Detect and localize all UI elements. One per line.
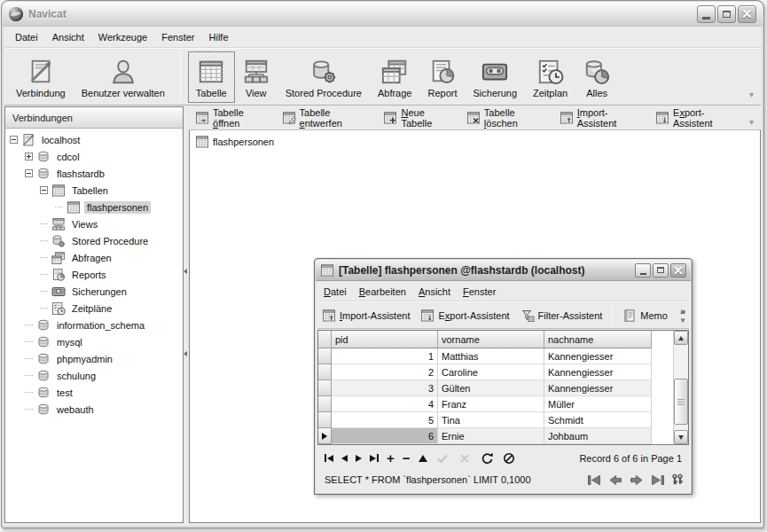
goto-page-keys-button[interactable]	[671, 473, 684, 486]
toolbar-button-zeitplan[interactable]: Zeitplan	[525, 51, 575, 103]
child-menu-ansicht[interactable]: Ansicht	[412, 284, 457, 300]
close-button[interactable]	[738, 5, 756, 23]
tree-item-views[interactable]: Views	[5, 215, 183, 232]
first-page-button[interactable]	[586, 474, 602, 486]
toolbar-button-stored-procedure[interactable]: Stored Procedure	[278, 51, 370, 103]
column-header-nachname[interactable]: nachname	[544, 331, 652, 348]
database-icon	[36, 403, 51, 417]
stop-button[interactable]	[502, 451, 516, 466]
row-selector[interactable]	[318, 380, 332, 396]
toolbar-button-benutzer-verwalten[interactable]: Benutzer verwalten	[74, 51, 173, 103]
toolbar-separator	[180, 53, 181, 101]
menu-werkzeuge[interactable]: Werkzeuge	[91, 29, 154, 45]
toolbar-button-sicherung[interactable]: Sicherung	[465, 51, 525, 103]
memo-button[interactable]: Memo	[620, 307, 670, 325]
import-wizard-button[interactable]: Import-Assistent	[557, 106, 647, 130]
tree-item-flashstardb[interactable]: flashstardb	[5, 165, 183, 182]
scrollbar-track[interactable]	[674, 345, 688, 430]
tree-item-flashpersonen[interactable]: flashpersonen	[5, 199, 183, 215]
toolbar-button-alles[interactable]: Alles	[575, 51, 618, 103]
tree-item-reports[interactable]: Reports	[5, 266, 183, 283]
toolbar-dropdown-arrow-icon[interactable]: ▾	[681, 317, 685, 325]
prev-record-button[interactable]	[341, 455, 348, 462]
tree-item-webauth[interactable]: webauth	[5, 401, 183, 418]
tree-item-information-schema[interactable]: information_schema	[5, 317, 183, 333]
table-icon	[51, 184, 66, 198]
delete-table-button[interactable]: Tabelle löschen	[464, 106, 552, 130]
menu-fenster[interactable]: Fenster	[154, 29, 201, 45]
menu-ansicht[interactable]: Ansicht	[45, 29, 91, 45]
delete-record-button[interactable]: −	[403, 451, 411, 465]
row-selector[interactable]	[318, 396, 332, 412]
row-selector[interactable]	[318, 364, 332, 380]
child-maximize-button[interactable]	[653, 263, 669, 278]
toolbar-button-abfrage[interactable]: Abfrage	[370, 51, 420, 103]
tree-item-abfragen[interactable]: Abfragen	[5, 249, 183, 266]
tree-item-tabellen[interactable]: Tabellen	[5, 182, 183, 199]
child-close-button[interactable]	[670, 263, 686, 278]
edit-record-button[interactable]	[419, 455, 427, 462]
tree-item-localhost[interactable]: localhost	[5, 131, 183, 148]
toolbar-button-tabelle[interactable]: Tabelle	[188, 51, 235, 103]
menu-hilfe[interactable]: Hilfe	[202, 29, 236, 45]
expand-expander-icon[interactable]	[25, 153, 33, 160]
add-record-button[interactable]: +	[387, 451, 395, 465]
toolbar-chevron-icon[interactable]: »	[680, 307, 685, 317]
title-bar[interactable]: Navicat	[3, 2, 763, 27]
toolbar-button-view[interactable]: View	[235, 51, 278, 103]
collapse-expander-icon[interactable]	[40, 186, 48, 194]
scrollbar-thumb[interactable]	[674, 379, 688, 425]
tree-item-mysql[interactable]: mysql	[5, 333, 183, 350]
collapse-expander-icon[interactable]	[10, 136, 18, 144]
maximize-icon	[723, 11, 731, 18]
maximize-button[interactable]	[717, 5, 736, 23]
first-record-button[interactable]	[325, 454, 333, 462]
toolbar-overflow-arrow-icon[interactable]: ▾	[749, 90, 754, 99]
minimize-button[interactable]	[697, 5, 716, 23]
import-wizard-icon	[560, 111, 574, 125]
row-selector[interactable]	[318, 412, 332, 428]
object-toolbar-overflow-arrow-icon[interactable]: ▾	[749, 117, 757, 129]
next-page-button[interactable]	[629, 474, 645, 486]
child-title-bar[interactable]: [Tabelle] flashpersonen @flashstardb (lo…	[316, 260, 691, 281]
tree-item-stored-procedure[interactable]: Stored Procedure	[5, 232, 183, 249]
vertical-scrollbar[interactable]	[673, 331, 688, 444]
last-record-button[interactable]	[370, 454, 379, 462]
tree-item-sicherungen[interactable]: Sicherungen	[5, 283, 183, 300]
child-status-bar: + − Record 6 of 6 in Page 1 SELECT * FRO…	[317, 446, 689, 491]
last-page-button[interactable]	[650, 474, 666, 486]
toolbar-button-verbindung[interactable]: Verbindung	[8, 51, 74, 103]
prev-page-button[interactable]	[607, 474, 623, 486]
grid-corner-cell[interactable]	[318, 331, 332, 348]
scroll-down-button[interactable]	[674, 430, 688, 444]
column-header-pid[interactable]: pid	[332, 331, 438, 348]
child-minimize-button[interactable]	[635, 263, 651, 278]
filter-wizard-button[interactable]: Filter-Assistent	[518, 307, 606, 325]
new-table-button[interactable]: Neue Tabelle	[380, 106, 458, 130]
tree-item-cdcol[interactable]: cdcol	[5, 148, 183, 165]
tree-item-test[interactable]: test	[5, 384, 183, 401]
open-table-button[interactable]: Tabelle öffnen	[192, 106, 274, 130]
column-header-vorname[interactable]: vorname	[438, 331, 544, 348]
stored-procedure-icon	[51, 234, 66, 248]
child-export-wizard-button[interactable]: Export-Assistent	[418, 307, 512, 325]
child-import-wizard-button[interactable]: Import-Assistent	[319, 307, 412, 325]
sidebar-header: Verbindungen	[5, 107, 183, 129]
tree-item-zeitplaene[interactable]: Zeitpläne	[5, 300, 183, 317]
table-list-item-flashpersonen[interactable]: flashpersonen	[195, 135, 274, 149]
child-menu-datei[interactable]: Datei	[317, 284, 353, 300]
next-record-button[interactable]	[356, 455, 362, 462]
tree-item-schulung[interactable]: schulung	[5, 367, 183, 384]
child-menu-fenster[interactable]: Fenster	[457, 284, 502, 300]
refresh-button[interactable]	[480, 451, 494, 466]
scroll-up-button[interactable]	[674, 331, 688, 345]
collapse-expander-icon[interactable]	[25, 169, 33, 177]
current-row-selector[interactable]	[318, 428, 332, 444]
tree-item-phpmyadmin[interactable]: phpmyadmin	[5, 350, 183, 367]
row-selector[interactable]	[318, 348, 332, 364]
export-wizard-button[interactable]: Export-Assistent	[653, 106, 744, 130]
design-table-button[interactable]: Tabelle entwerfen	[279, 106, 376, 130]
toolbar-button-report[interactable]: Report	[419, 51, 465, 103]
menu-datei[interactable]: Datei	[8, 29, 45, 45]
child-menu-bearbeiten[interactable]: Bearbeiten	[353, 284, 412, 300]
